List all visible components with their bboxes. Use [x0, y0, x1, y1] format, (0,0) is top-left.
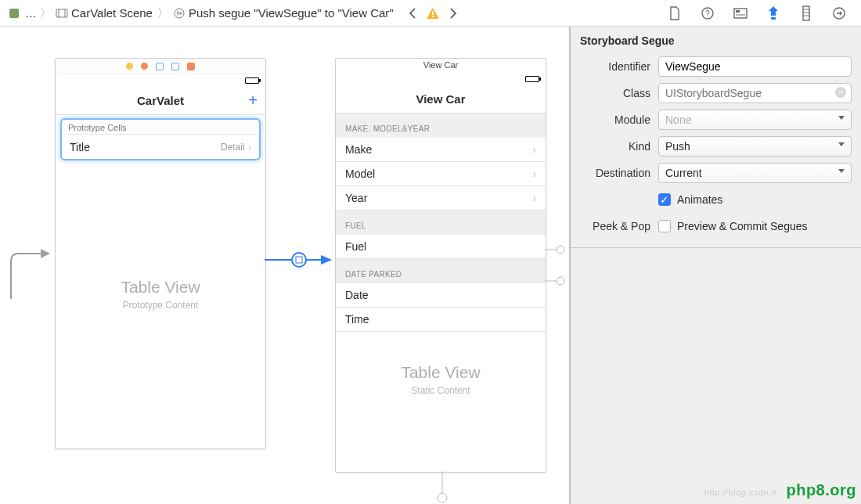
class-field[interactable]	[658, 83, 852, 103]
tableview-placeholder: Table View Prototype Content	[56, 278, 265, 311]
outlet-connectors	[545, 242, 570, 304]
forward-button[interactable]	[445, 5, 461, 21]
label-destination: Destination	[580, 167, 650, 179]
section-header: DATE PARKED	[336, 259, 546, 283]
crumb-storyboard[interactable]: CarValet Scene	[54, 5, 154, 21]
inspector-tabs: ?	[667, 5, 847, 21]
storyboard-canvas[interactable]: CarValet + Prototype Cells Title Detail …	[0, 27, 570, 504]
storyboard-icon	[56, 7, 68, 20]
svg-rect-6	[432, 16, 434, 17]
label-class: Class	[580, 87, 650, 99]
peekpop-label: Preview & Commit Segues	[677, 220, 808, 232]
placeholder-title: Table View	[336, 363, 546, 382]
kind-combo[interactable]: Push	[658, 136, 852, 157]
cell-label: Make	[345, 143, 532, 156]
clear-icon[interactable]	[834, 86, 847, 101]
prototype-cell[interactable]: Title Detail ›	[62, 134, 259, 159]
section-header: MAKE. MODEL&YEAR	[336, 113, 546, 138]
cell-label: Date	[345, 289, 536, 301]
identifier-field[interactable]	[658, 56, 852, 77]
svg-point-21	[557, 246, 564, 254]
destination-combo[interactable]: Current	[658, 163, 852, 183]
module-combo[interactable]: None	[658, 110, 852, 130]
identity-inspector-icon[interactable]	[733, 5, 748, 21]
cell-label: Time	[345, 313, 536, 326]
nav-bar[interactable]: View Car	[336, 85, 546, 113]
vc-icon[interactable]	[126, 63, 133, 70]
scene-dock[interactable]	[56, 59, 265, 74]
nav-title: CarValet	[137, 94, 184, 107]
crumb-project[interactable]	[6, 5, 22, 21]
label-module: Module	[580, 113, 650, 126]
table-cell[interactable]: Year›	[336, 186, 546, 211]
divider	[571, 247, 861, 248]
project-icon	[8, 7, 20, 20]
section-header: FUEL	[336, 211, 546, 235]
file-inspector-icon[interactable]	[667, 5, 683, 21]
chevron-right-icon: ›	[532, 167, 536, 180]
table-cell[interactable]: Model›	[336, 162, 546, 186]
tableview-placeholder: Table View Static Content	[336, 363, 546, 396]
nav-bar[interactable]: CarValet +	[56, 87, 265, 115]
connections-inspector-icon[interactable]	[831, 5, 847, 21]
prototype-header: Prototype Cells	[62, 120, 259, 134]
scene-view-car[interactable]: View Car View Car MAKE. MODEL&YEAR Make›…	[335, 58, 546, 473]
cell-label: Model	[345, 167, 532, 180]
breadcrumb: … 〉 CarValet Scene 〉 Push segue "ViewSeg…	[6, 5, 395, 21]
first-responder-icon[interactable]	[141, 63, 148, 70]
peekpop-checkbox[interactable]	[658, 220, 671, 232]
scene-label: View Car	[336, 59, 546, 73]
cell-title: Title	[70, 141, 221, 153]
status-bar	[336, 73, 546, 85]
table-cell[interactable]: Time	[336, 308, 546, 332]
table-cell[interactable]: Date	[336, 283, 546, 308]
combo-value: Push	[665, 140, 690, 153]
animates-label: Animates	[677, 193, 722, 206]
svg-point-22	[557, 277, 564, 285]
placeholder-subtitle: Prototype Content	[56, 300, 265, 311]
crumb-ellipsis[interactable]: …	[25, 6, 37, 20]
status-bar	[56, 74, 265, 87]
label-kind: Kind	[580, 140, 650, 153]
animates-checkbox[interactable]: ✓	[658, 193, 671, 206]
attributes-inspector-icon[interactable]	[766, 5, 781, 21]
svg-rect-5	[432, 11, 434, 15]
nav-title: View Car	[416, 92, 465, 106]
cell-label: Year	[345, 192, 532, 204]
scene-carvalet[interactable]: CarValet + Prototype Cells Title Detail …	[55, 58, 266, 449]
watermark: http://blog.csdn.n php8.org	[704, 481, 856, 499]
attributes-inspector: Storyboard Segue Identifier Class Module…	[570, 27, 861, 504]
chevron-right-icon: 〉	[157, 6, 168, 20]
initial-vc-arrow	[0, 230, 56, 301]
placeholder-subtitle: Static Content	[336, 385, 546, 396]
chevron-right-icon: ›	[532, 143, 536, 156]
svg-point-19	[292, 253, 306, 267]
back-button[interactable]	[405, 5, 420, 21]
help-inspector-icon[interactable]: ?	[700, 5, 715, 21]
chevron-right-icon: ›	[532, 192, 536, 204]
chevron-right-icon: ›	[248, 141, 251, 153]
jump-bar: … 〉 CarValet Scene 〉 Push segue "ViewSeg…	[0, 0, 861, 27]
bottom-connector	[434, 471, 450, 504]
nav-item-icon[interactable]	[187, 63, 195, 70]
issue-warning-icon[interactable]	[425, 5, 441, 21]
storyboard-ref-icon[interactable]	[171, 63, 179, 70]
chevron-right-icon: 〉	[40, 6, 51, 20]
segue-arrow[interactable]	[265, 250, 338, 269]
table-cell[interactable]: Make›	[336, 138, 546, 162]
exit-icon[interactable]	[156, 63, 164, 70]
table-cell[interactable]: Fuel	[336, 235, 546, 259]
svg-rect-0	[9, 9, 19, 18]
crumb-segue[interactable]: Push segue "ViewSegue" to "View Car"	[171, 5, 395, 21]
svg-rect-1	[56, 9, 67, 17]
add-button[interactable]: +	[248, 92, 258, 110]
combo-value: None	[665, 113, 691, 126]
cell-label: Fuel	[345, 240, 536, 253]
combo-value: Current	[665, 167, 702, 179]
svg-point-24	[438, 493, 447, 502]
inspector-section-title: Storyboard Segue	[571, 27, 861, 53]
prototype-cell-selected[interactable]: Prototype Cells Title Detail ›	[60, 118, 261, 160]
cell-detail: Detail	[221, 142, 245, 153]
watermark-faint: http://blog.csdn.n	[704, 488, 777, 497]
size-inspector-icon[interactable]	[798, 5, 814, 21]
